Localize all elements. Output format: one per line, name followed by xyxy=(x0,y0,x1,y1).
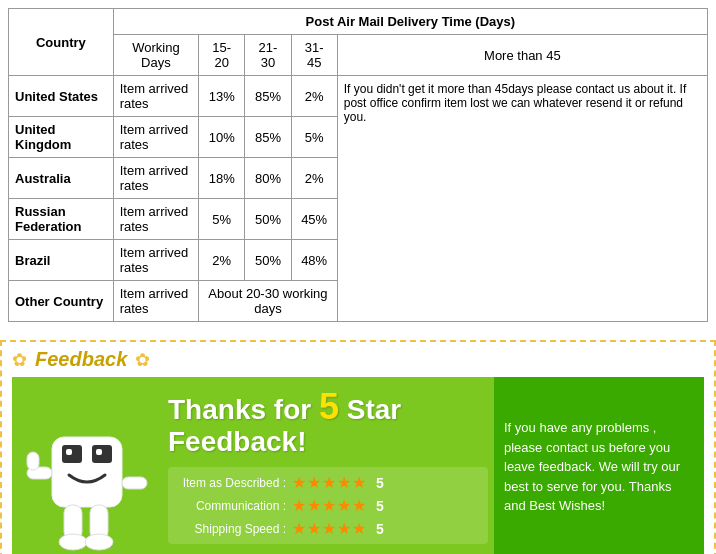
contact-text: If you have any problems , please contac… xyxy=(494,377,704,554)
star-group: ★★★★★ xyxy=(292,496,366,515)
rating-score: 5 xyxy=(376,475,384,491)
cell-desc: Item arrived rates xyxy=(113,76,198,117)
cell-pct-1: 85% xyxy=(245,76,291,117)
cell-country: Other Country xyxy=(9,281,114,322)
cell-pct-2: 2% xyxy=(291,158,337,199)
cell-special: About 20-30 working days xyxy=(199,281,338,322)
col-working: Working Days xyxy=(113,35,198,76)
cell-country: Brazil xyxy=(9,240,114,281)
cell-pct-1: 50% xyxy=(245,240,291,281)
cell-desc: Item arrived rates xyxy=(113,158,198,199)
rating-row: Communication :★★★★★5 xyxy=(176,496,480,515)
cell-pct-0: 10% xyxy=(199,117,245,158)
col-3145: 31-45 xyxy=(291,35,337,76)
star-icon: ★ xyxy=(307,496,321,515)
table-section: Country Post Air Mail Delivery Time (Day… xyxy=(0,0,716,330)
star-icon: ★ xyxy=(352,496,366,515)
feedback-section: ✿ Feedback ✿ xyxy=(0,340,716,554)
svg-rect-11 xyxy=(96,449,102,455)
svg-rect-1 xyxy=(62,445,82,463)
rating-score: 5 xyxy=(376,521,384,537)
star-icon: ★ xyxy=(337,519,351,538)
svg-rect-10 xyxy=(66,449,72,455)
cell-pct-1: 50% xyxy=(245,199,291,240)
star-icon: ★ xyxy=(292,496,306,515)
svg-point-8 xyxy=(59,534,87,550)
rating-label: Item as Described : xyxy=(176,476,286,490)
banner-center: Thanks for 5 Star Feedback! Item as Desc… xyxy=(162,377,494,554)
cell-pct-0: 18% xyxy=(199,158,245,199)
col-2130: 21-30 xyxy=(245,35,291,76)
mascot-area xyxy=(12,377,162,554)
rating-row: Shipping Speed :★★★★★5 xyxy=(176,519,480,538)
svg-point-9 xyxy=(85,534,113,550)
svg-rect-4 xyxy=(27,452,39,470)
cell-desc: Item arrived rates xyxy=(113,281,198,322)
cell-pct-0: 2% xyxy=(199,240,245,281)
star-icon: ★ xyxy=(352,473,366,492)
cell-pct-1: 85% xyxy=(245,117,291,158)
cell-pct-2: 2% xyxy=(291,76,337,117)
cell-more45-text: If you didn't get it more than 45days pl… xyxy=(337,76,707,322)
rating-label: Shipping Speed : xyxy=(176,522,286,536)
mascot-icon xyxy=(22,387,152,554)
rating-row: Item as Described :★★★★★5 xyxy=(176,473,480,492)
rating-label: Communication : xyxy=(176,499,286,513)
cell-pct-1: 80% xyxy=(245,158,291,199)
cell-pct-0: 13% xyxy=(199,76,245,117)
five-number: 5 xyxy=(319,386,339,427)
star-icon: ★ xyxy=(292,519,306,538)
contact-text-content: If you have any problems , please contac… xyxy=(504,418,694,516)
feedback-star-right-icon: ✿ xyxy=(135,349,150,371)
rating-score: 5 xyxy=(376,498,384,514)
col-more45: More than 45 xyxy=(337,35,707,76)
svg-rect-5 xyxy=(122,477,147,489)
cell-pct-0: 5% xyxy=(199,199,245,240)
cell-desc: Item arrived rates xyxy=(113,240,198,281)
cell-desc: Item arrived rates xyxy=(113,117,198,158)
star-icon: ★ xyxy=(307,473,321,492)
star-group: ★★★★★ xyxy=(292,519,366,538)
star-icon: ★ xyxy=(352,519,366,538)
thanks-line1: Thanks for xyxy=(168,394,311,425)
feedback-label: Feedback xyxy=(35,348,127,371)
cell-pct-2: 48% xyxy=(291,240,337,281)
star-icon: ★ xyxy=(337,473,351,492)
star-icon: ★ xyxy=(322,496,336,515)
feedback-banner: Thanks for 5 Star Feedback! Item as Desc… xyxy=(12,377,704,554)
feedback-title-row: ✿ Feedback ✿ xyxy=(12,348,704,371)
rating-rows: Item as Described :★★★★★5Communication :… xyxy=(168,467,488,544)
cell-country: Australia xyxy=(9,158,114,199)
table-row: United StatesItem arrived rates13%85%2%I… xyxy=(9,76,708,117)
cell-country: Russian Federation xyxy=(9,199,114,240)
cell-pct-2: 45% xyxy=(291,199,337,240)
cell-country: United Kingdom xyxy=(9,117,114,158)
svg-rect-2 xyxy=(92,445,112,463)
delivery-table: Country Post Air Mail Delivery Time (Day… xyxy=(8,8,708,322)
star-icon: ★ xyxy=(307,519,321,538)
star-icon: ★ xyxy=(322,473,336,492)
star-group: ★★★★★ xyxy=(292,473,366,492)
col-country: Country xyxy=(9,9,114,76)
feedback-star-left-icon: ✿ xyxy=(12,349,27,371)
star-icon: ★ xyxy=(337,496,351,515)
cell-desc: Item arrived rates xyxy=(113,199,198,240)
star-icon: ★ xyxy=(322,519,336,538)
col-1520: 15-20 xyxy=(199,35,245,76)
star-icon: ★ xyxy=(292,473,306,492)
thanks-text: Thanks for 5 Star Feedback! xyxy=(168,387,488,457)
cell-pct-2: 5% xyxy=(291,117,337,158)
cell-country: United States xyxy=(9,76,114,117)
table-title: Post Air Mail Delivery Time (Days) xyxy=(113,9,707,35)
